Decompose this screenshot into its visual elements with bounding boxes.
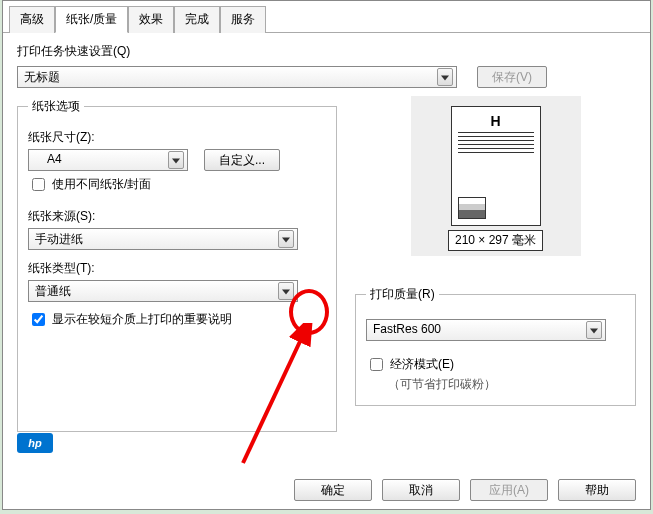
hp-logo: hp	[17, 433, 53, 453]
tab-effects[interactable]: 效果	[128, 6, 174, 33]
apply-button[interactable]: 应用(A)	[470, 479, 548, 501]
quickset-combo[interactable]: 无标题	[17, 66, 457, 88]
cancel-button[interactable]: 取消	[382, 479, 460, 501]
chevron-down-icon	[172, 159, 180, 164]
save-button[interactable]: 保存(V)	[477, 66, 547, 88]
chevron-down-icon	[590, 329, 598, 334]
custom-size-button[interactable]: 自定义...	[204, 149, 280, 171]
paper-size-combo[interactable]: A4	[28, 149, 188, 171]
print-properties-window: 高级 纸张/质量 效果 完成 服务 打印任务快速设置(Q) 无标题 保存(V) …	[2, 0, 651, 510]
print-quality-group: 打印质量(R) FastRes 600 经济模式(E) （可节省打印碳粉）	[355, 286, 636, 406]
paper-source-combo[interactable]: 手动进纸	[28, 228, 298, 250]
paper-size-label: 纸张尺寸(Z):	[28, 129, 326, 146]
ok-button[interactable]: 确定	[294, 479, 372, 501]
quickset-value: 无标题	[17, 66, 457, 88]
chevron-down-icon	[282, 290, 290, 295]
chevron-down-icon	[441, 76, 449, 81]
preview-graphic-icon	[458, 197, 486, 219]
paper-options-group: 纸张选项 纸张尺寸(Z): A4 自定义... 使用不同纸张/封面 纸张来源(S…	[17, 98, 337, 432]
economy-mode-label: 经济模式(E)	[390, 356, 454, 373]
preview-letter: H	[458, 113, 534, 129]
quickset-label: 打印任务快速设置(Q)	[17, 43, 636, 60]
economy-mode-sub: （可节省打印碳粉）	[388, 376, 625, 393]
dialog-buttons: 确定 取消 应用(A) 帮助	[294, 479, 636, 501]
paper-options-legend: 纸张选项	[28, 98, 84, 115]
preview-dimensions: 210 × 297 毫米	[448, 230, 543, 251]
paper-type-value: 普通纸	[28, 280, 298, 302]
economy-mode-checkbox[interactable]	[370, 358, 383, 371]
paper-source-value: 手动进纸	[28, 228, 298, 250]
help-button[interactable]: 帮助	[558, 479, 636, 501]
tab-finishing[interactable]: 完成	[174, 6, 220, 33]
tab-content: 打印任务快速设置(Q) 无标题 保存(V) 纸张选项 纸张尺寸(Z): A4	[3, 33, 650, 463]
important-note-checkbox[interactable]	[32, 313, 45, 326]
paper-type-combo[interactable]: 普通纸	[28, 280, 298, 302]
paper-source-label: 纸张来源(S):	[28, 208, 326, 225]
paper-type-label: 纸张类型(T):	[28, 260, 326, 277]
tab-advanced[interactable]: 高级	[9, 6, 55, 33]
tab-strip: 高级 纸张/质量 效果 完成 服务	[3, 1, 650, 33]
tab-paper-quality[interactable]: 纸张/质量	[55, 6, 128, 33]
chevron-down-icon	[282, 238, 290, 243]
print-quality-legend: 打印质量(R)	[366, 286, 439, 303]
preview-page: H	[451, 106, 541, 226]
diff-cover-checkbox[interactable]	[32, 178, 45, 191]
important-note-label: 显示在较短介质上打印的重要说明	[52, 311, 232, 328]
print-quality-combo[interactable]: FastRes 600	[366, 319, 606, 341]
print-quality-value: FastRes 600	[366, 319, 606, 341]
page-preview: H 210 × 297 毫米	[411, 96, 581, 256]
tab-services[interactable]: 服务	[220, 6, 266, 33]
diff-cover-label: 使用不同纸张/封面	[52, 176, 151, 193]
paper-size-value: A4	[28, 149, 188, 171]
